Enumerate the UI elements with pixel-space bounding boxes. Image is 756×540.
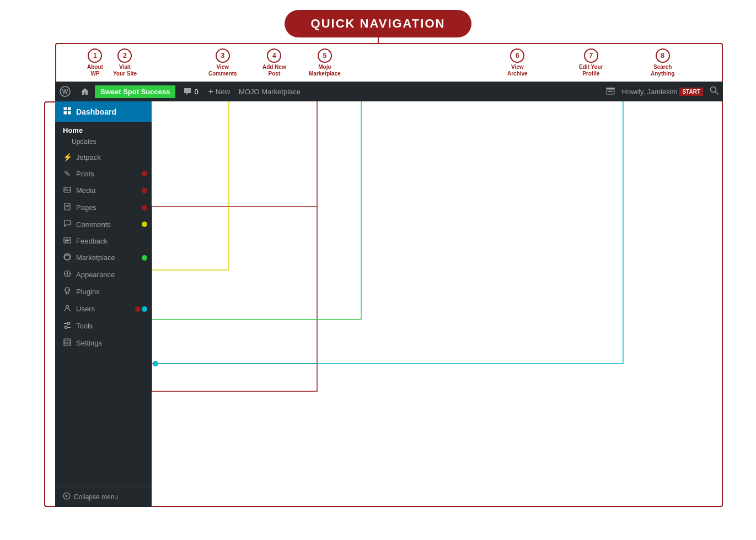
wp-sidebar: Dashboard Home Updates ⚡ Jetpack ✎ Posts [55,101,152,507]
pages-icon [63,203,72,212]
badge-8: 8 SearchAnything [651,48,674,77]
svg-point-33 [66,305,69,308]
sidebar-item-posts[interactable]: ✎ Posts [55,165,152,182]
pages-dot [142,205,147,210]
collapse-menu-button[interactable]: Collapse menu [55,486,152,507]
archive-icon[interactable] [601,87,620,96]
jetpack-label: Jetpack [76,153,101,161]
tools-icon [63,321,72,331]
sidebar-item-feedback[interactable]: Feedback [55,233,152,249]
badge-label-4: Add NewPost [262,64,286,77]
users-cyan-dot [142,306,147,312]
svg-rect-22 [65,256,70,260]
page-wrapper: QUICK NAVIGATION MAIN NAVIGATION 1 About… [0,0,756,540]
svg-rect-25 [66,288,69,292]
svg-rect-10 [68,111,71,115]
users-red-dot [135,306,141,312]
comments-label: Comments [76,220,111,229]
badge-label-6: ViewArchive [507,64,528,77]
comments-dot [142,222,147,227]
badge-label-7: Edit YourProfile [579,64,603,77]
search-icon[interactable] [705,86,723,97]
badge-label-1: AboutWP [87,64,103,77]
media-dot [142,188,147,193]
badge-label-5: MojoMarketplace [309,64,341,77]
svg-line-6 [716,92,719,95]
sidebar-item-home[interactable]: Home [55,122,152,137]
badge-circle-4: 4 [267,48,281,63]
sidebar-item-comments[interactable]: Comments [55,216,152,233]
feedback-icon [63,236,72,245]
collapse-label: Collapse menu [74,493,118,501]
media-label: Media [76,186,95,195]
posts-label: Posts [76,170,94,178]
svg-rect-4 [608,91,613,92]
sidebar-item-pages[interactable]: Pages [55,199,152,216]
start-icon[interactable]: START [679,88,703,96]
badge-circle-5: 5 [318,48,332,63]
badge-label-2: VisitYour Site [113,64,137,77]
new-button[interactable]: + New [204,87,234,96]
sidebar-item-jetpack[interactable]: ⚡ Jetpack [55,149,152,165]
settings-icon [63,338,72,348]
posts-dot [142,171,147,176]
plus-icon: + [208,87,213,96]
site-name[interactable]: Sweet Spot Success [95,85,175,98]
svg-rect-7 [64,107,67,111]
wp-logo[interactable]: W [55,82,75,101]
media-icon [63,186,72,195]
sidebar-item-plugins[interactable]: Plugins [55,283,152,300]
badge-circle-1: 1 [88,48,102,63]
badge-1: 1 AboutWP [87,48,103,77]
badge-circle-8: 8 [656,48,670,63]
sidebar-item-marketplace[interactable]: Marketplace [55,249,152,266]
sidebar-item-tools[interactable]: Tools [55,317,152,334]
sidebar-item-users[interactable]: Users [55,300,152,317]
appearance-label: Appearance [76,271,115,279]
marketplace-dot [142,255,147,261]
badge-label-8: SearchAnything [651,64,674,77]
badge-2: 2 VisitYour Site [113,48,137,77]
badge-3: 3 ViewComments [208,48,237,77]
mojo-marketplace-button[interactable]: MOJO Marketplace [234,88,305,96]
wp-admin-bar: W Sweet Spot Success 0 + New MOJO Market… [55,82,723,101]
svg-rect-2 [606,88,615,89]
sidebar-item-dashboard[interactable]: Dashboard [55,101,152,122]
jetpack-icon: ⚡ [63,153,72,161]
home-icon[interactable] [75,82,95,101]
howdy-text: Howdy, Jamiesim [622,88,678,96]
feedback-label: Feedback [76,237,108,245]
plugins-icon [63,287,72,296]
users-label: Users [76,305,95,313]
svg-rect-8 [68,107,71,111]
badge-circle-7: 7 [584,48,598,63]
posts-icon: ✎ [63,169,72,178]
badge-circle-6: 6 [510,48,524,63]
collapse-icon [63,492,71,501]
comment-count: 0 [194,88,198,96]
marketplace-label: Marketplace [76,253,115,262]
comments-button[interactable]: 0 [180,88,201,96]
badge-circle-2: 2 [117,48,132,63]
marketplace-icon [63,253,72,262]
sidebar-item-appearance[interactable]: Appearance [55,266,152,283]
settings-label: Settings [76,339,102,347]
users-icon [63,304,72,314]
badge-6: 6 ViewArchive [507,48,528,77]
badge-label-3: ViewComments [208,64,237,77]
admin-bar-right: Howdy, Jamiesim START [601,86,723,97]
dashboard-label: Dashboard [76,107,116,116]
main-content-area [55,43,723,507]
svg-point-24 [67,273,68,275]
badge-circle-3: 3 [216,48,230,63]
tools-label: Tools [76,322,93,330]
brace-bracket [44,101,55,507]
quick-nav-title: QUICK NAVIGATION [285,10,472,37]
sidebar-item-media[interactable]: Media [55,182,152,199]
badge-4: 4 Add NewPost [262,48,286,77]
sidebar-item-settings[interactable]: Settings [55,334,152,352]
sidebar-item-updates[interactable]: Updates [55,137,152,149]
dashboard-icon [63,107,72,116]
badge-7: 7 Edit YourProfile [579,48,603,77]
appearance-icon [63,270,72,279]
